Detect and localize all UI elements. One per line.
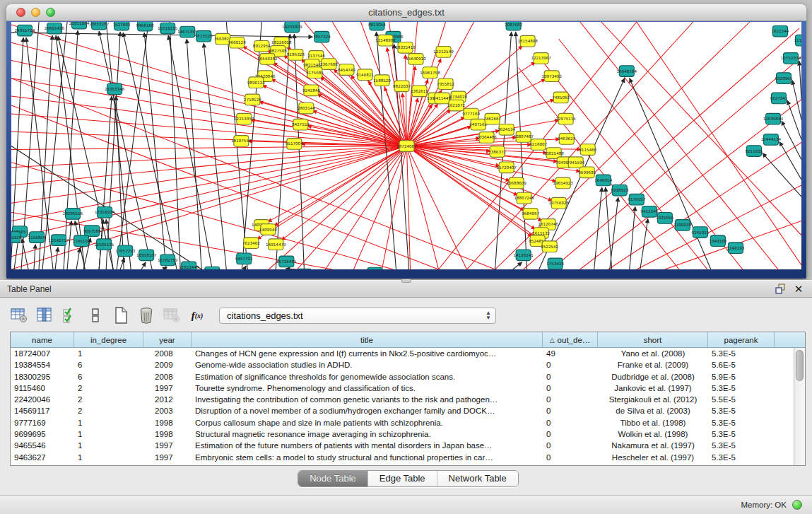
row-height-icon[interactable]	[86, 306, 105, 325]
cell-in_degree[interactable]: 6	[74, 359, 143, 370]
cell-pagerank[interactable]: 5.3E-5	[708, 428, 775, 440]
cell-year[interactable]: 1997	[143, 382, 192, 394]
cell-short[interactable]: Tibbo et al. (1998)	[598, 417, 708, 428]
table-row[interactable]: 946362711997Embryonic stem cells: a mode…	[11, 452, 805, 463]
cell-short[interactable]: de Silva et al. (2003)	[598, 405, 708, 416]
cell-short[interactable]: Jankovic et al. (1997)	[598, 382, 708, 394]
cell-year[interactable]: 1997	[143, 440, 192, 451]
cell-in_degree[interactable]: 1	[74, 428, 143, 440]
cell-name[interactable]: 9777169	[11, 417, 74, 428]
cell-in_degree[interactable]: 1	[74, 417, 143, 428]
cell-short[interactable]: Yano et al. (2008)	[598, 348, 708, 359]
cell-in_degree[interactable]: 1	[74, 452, 143, 463]
cell-name[interactable]: 9463627	[11, 452, 74, 463]
table-row[interactable]: 911546021997Tourette syndrome. Phenomeno…	[11, 382, 805, 394]
cell-pagerank[interactable]: 5.3E-5	[708, 417, 775, 428]
table-row[interactable]: 1456911722003Disruption of a novel membe…	[11, 405, 805, 416]
table-row[interactable]: 1830029562008Estimation of significance …	[11, 371, 805, 382]
cell-pagerank[interactable]: 5.3E-5	[708, 405, 775, 416]
cell-title[interactable]: Corpus callosum shape and size in male p…	[192, 417, 543, 428]
cell-short[interactable]: Hescheler et al. (1997)	[598, 452, 708, 463]
cell-title[interactable]: Estimation of the future numbers of pati…	[192, 440, 543, 451]
cell-year[interactable]: 1998	[143, 428, 192, 440]
cell-out_de[interactable]: 0	[543, 440, 598, 451]
cell-name[interactable]: 18300295	[11, 371, 74, 382]
cell-year[interactable]: 2012	[143, 394, 192, 405]
cell-name[interactable]: 18724007	[11, 348, 74, 359]
cell-year[interactable]: 2009	[143, 359, 192, 370]
column-header-in_degree[interactable]: in_degree	[74, 332, 143, 347]
cell-short[interactable]: Wolkin et al. (1998)	[598, 428, 708, 440]
select-all-icon[interactable]	[61, 306, 79, 325]
graph-node[interactable]	[367, 267, 382, 269]
cell-name[interactable]: 19384554	[11, 359, 74, 370]
cell-out_de[interactable]: 0	[543, 428, 598, 440]
cell-pagerank[interactable]: 5.5E-5	[708, 394, 775, 405]
cell-year[interactable]: 1998	[143, 417, 192, 428]
vertical-scrollbar[interactable]	[794, 348, 805, 465]
function-builder-icon[interactable]: f(x)	[188, 306, 206, 325]
cell-out_de[interactable]: 49	[543, 348, 598, 359]
splitter-grip[interactable]	[401, 279, 411, 283]
table-row[interactable]: 1872400712008Changes of HCN gene express…	[11, 348, 805, 359]
cell-pagerank[interactable]: 5.3E-5	[708, 382, 775, 394]
network-canvas[interactable]: 2405572420691406210110641065328715276028…	[11, 22, 801, 269]
cell-title[interactable]: Genome-wide association studies in ADHD.	[192, 359, 543, 370]
cell-pagerank[interactable]: 5.3E-5	[708, 452, 775, 463]
cell-pagerank[interactable]: 5.3E-5	[708, 440, 775, 451]
column-header-year[interactable]: year	[143, 332, 192, 347]
cell-pagerank[interactable]: 5.9E-5	[708, 371, 775, 382]
cell-title[interactable]: Structural magnetic resonance image aver…	[192, 428, 543, 440]
tab-network-table[interactable]: Network Table	[437, 471, 518, 486]
cell-short[interactable]: Dudbridge et al. (2008)	[598, 371, 708, 382]
cell-in_degree[interactable]: 1	[74, 440, 143, 451]
tab-edge-table[interactable]: Edge Table	[368, 471, 437, 486]
zoom-window-icon[interactable]	[46, 8, 55, 17]
close-icon[interactable]: ✕	[792, 283, 805, 296]
cell-year[interactable]: 2003	[143, 405, 192, 416]
column-header-out_de[interactable]: △out_de…	[543, 332, 598, 347]
cell-pagerank[interactable]: 5.3E-5	[708, 348, 775, 359]
cell-year[interactable]: 1997	[143, 452, 192, 463]
cell-name[interactable]: 9465546	[11, 440, 74, 451]
cell-title[interactable]: Changes of HCN gene expression and I(f) …	[192, 348, 543, 359]
table-row[interactable]: 977716911998Corpus callosum shape and si…	[11, 417, 805, 428]
graph-node[interactable]	[297, 269, 312, 269]
cell-out_de[interactable]: 0	[543, 359, 598, 370]
select-columns-icon[interactable]	[35, 306, 54, 325]
minimize-window-icon[interactable]	[31, 8, 40, 17]
tab-node-table[interactable]: Node Table	[298, 471, 368, 486]
table-settings-icon[interactable]	[10, 306, 28, 325]
cell-short[interactable]: Franke et al. (2009)	[598, 359, 708, 370]
cell-title[interactable]: Estimation of significance thresholds fo…	[192, 371, 543, 382]
cell-title[interactable]: Disruption of a novel member of a sodium…	[192, 405, 543, 416]
cell-title[interactable]: Tourette syndrome. Phenomenology and cla…	[192, 382, 543, 394]
new-file-icon[interactable]	[112, 306, 130, 325]
cell-pagerank[interactable]: 5.6E-5	[708, 359, 775, 370]
network-window-titlebar[interactable]: citations_edges.txt	[6, 4, 806, 21]
cell-out_de[interactable]: 0	[543, 382, 598, 394]
cell-out_de[interactable]: 0	[543, 371, 598, 382]
cell-short[interactable]: Stergiakouli et al. (2012)	[598, 394, 708, 405]
cell-in_degree[interactable]: 2	[74, 382, 143, 394]
cell-name[interactable]: 22420046	[11, 394, 74, 405]
cell-year[interactable]: 2008	[143, 371, 192, 382]
table-row[interactable]: 1938455462009Genome-wide association stu…	[11, 359, 805, 370]
cell-name[interactable]: 14569117	[11, 405, 74, 416]
delete-file-icon[interactable]	[137, 306, 155, 325]
cell-year[interactable]: 2008	[143, 348, 192, 359]
graph-node[interactable]	[205, 267, 220, 269]
table-select-dropdown[interactable]: citations_edges.txt ▲▼	[219, 308, 496, 324]
cell-name[interactable]: 9115460	[11, 382, 74, 394]
cell-in_degree[interactable]: 1	[74, 348, 143, 359]
cell-in_degree[interactable]: 6	[74, 371, 143, 382]
cell-out_de[interactable]: 0	[543, 417, 598, 428]
cell-out_de[interactable]: 0	[543, 452, 598, 463]
cell-in_degree[interactable]: 2	[74, 405, 143, 416]
float-window-icon[interactable]	[774, 283, 787, 296]
table-row[interactable]: 946554611997Estimation of the future num…	[11, 440, 805, 451]
cell-name[interactable]: 9699695	[11, 428, 74, 440]
cell-out_de[interactable]: 0	[543, 405, 598, 416]
column-header-short[interactable]: short	[598, 332, 708, 347]
table-row[interactable]: 2242004622012Investigating the contribut…	[11, 394, 805, 405]
